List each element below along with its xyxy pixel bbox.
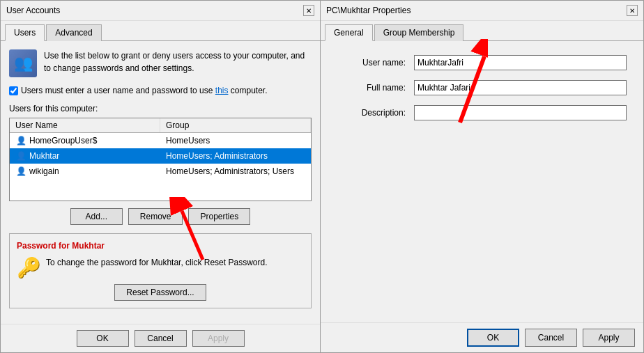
table-header: User Name Group bbox=[10, 118, 311, 133]
user-icon bbox=[9, 49, 37, 77]
close-icon: ✕ bbox=[629, 7, 635, 15]
fullname-input[interactable] bbox=[414, 80, 627, 95]
left-close-button[interactable]: ✕ bbox=[303, 5, 314, 16]
left-window-title: User Accounts bbox=[6, 6, 60, 15]
right-tab-bar: General Group Membership bbox=[321, 21, 643, 41]
left-titlebar: User Accounts ✕ bbox=[1, 1, 320, 21]
table-cell-name: 👤 wikigain bbox=[10, 164, 160, 179]
left-ok-button[interactable]: OK bbox=[77, 330, 129, 347]
left-apply-button[interactable]: Apply bbox=[192, 330, 245, 347]
password-section: Password for Mukhtar 🔑 To change the pas… bbox=[9, 233, 312, 308]
password-section-title: Password for Mukhtar bbox=[17, 241, 304, 251]
password-icon: 🔑 bbox=[17, 256, 39, 279]
this-link[interactable]: this bbox=[215, 86, 229, 95]
left-panel-content: Use the list below to grant or deny user… bbox=[1, 41, 320, 324]
table-cell-group: HomeUsers; Administrators; Users bbox=[160, 164, 311, 179]
header-group: Group bbox=[160, 118, 311, 132]
username-row: User name: bbox=[337, 55, 627, 70]
right-cancel-button[interactable]: Cancel bbox=[525, 329, 577, 347]
remove-button[interactable]: Remove bbox=[128, 208, 183, 225]
user-action-buttons: Add... Remove Properties bbox=[9, 208, 312, 225]
left-tab-bar: Users Advanced bbox=[1, 21, 320, 41]
description-row: Description: bbox=[337, 105, 627, 120]
right-ok-button[interactable]: OK bbox=[467, 329, 519, 347]
password-row: 🔑 To change the password for Mukhtar, cl… bbox=[17, 256, 304, 279]
add-button[interactable]: Add... bbox=[70, 208, 123, 225]
user-row-icon: 👤 bbox=[15, 135, 26, 146]
properties-button[interactable]: Properties bbox=[188, 208, 250, 225]
user-accounts-window: User Accounts ✕ Users Advanced Use the l… bbox=[0, 0, 321, 353]
table-cell-name: 👤 HomeGroupUser$ bbox=[10, 133, 160, 148]
tab-general[interactable]: General bbox=[325, 24, 373, 41]
tab-users[interactable]: Users bbox=[5, 24, 45, 41]
right-bottom-buttons: OK Cancel Apply bbox=[321, 322, 643, 352]
username-label: User name: bbox=[337, 58, 414, 68]
properties-window: PC\Mukhtar Properties ✕ General Group Me… bbox=[321, 0, 644, 353]
fullname-row: Full name: bbox=[337, 80, 627, 95]
user-row-icon: 👤 bbox=[15, 166, 26, 177]
tab-advanced[interactable]: Advanced bbox=[46, 24, 101, 41]
must-login-checkbox[interactable] bbox=[9, 86, 18, 95]
checkbox-label: Users must enter a user name and passwor… bbox=[21, 86, 268, 95]
users-table: User Name Group 👤 HomeGroupUser$ HomeUse… bbox=[9, 118, 312, 201]
header-username: User Name bbox=[10, 118, 160, 132]
table-row[interactable]: 👤 HomeGroupUser$ HomeUsers bbox=[10, 133, 311, 148]
right-apply-button[interactable]: Apply bbox=[583, 329, 635, 347]
username-input[interactable] bbox=[414, 55, 627, 70]
tab-group-membership[interactable]: Group Membership bbox=[374, 24, 464, 41]
reset-btn-row: Reset Password... bbox=[17, 284, 304, 301]
checkbox-row: Users must enter a user name and passwor… bbox=[9, 86, 312, 95]
description-label: Description: bbox=[337, 108, 414, 118]
table-row[interactable]: 👤 Mukhtar HomeUsers; Administrators bbox=[10, 148, 311, 164]
section-label: Users for this computer: bbox=[9, 104, 312, 113]
table-cell-name: 👤 Mukhtar bbox=[10, 148, 160, 164]
fullname-label: Full name: bbox=[337, 83, 414, 93]
right-window-title: PC\Mukhtar Properties bbox=[326, 6, 411, 15]
user-icon-graphic bbox=[9, 49, 37, 77]
reset-password-button[interactable]: Reset Password... bbox=[114, 284, 206, 301]
properties-form: User name: Full name: Description: bbox=[321, 41, 643, 322]
user-info-row: Use the list below to grant or deny user… bbox=[9, 49, 312, 77]
left-cancel-button[interactable]: Cancel bbox=[135, 330, 187, 347]
table-cell-group: HomeUsers; Administrators bbox=[160, 148, 311, 164]
user-description-text: Use the list below to grant or deny user… bbox=[44, 49, 312, 74]
table-row[interactable]: 👤 wikigain HomeUsers; Administrators; Us… bbox=[10, 164, 311, 179]
description-input[interactable] bbox=[414, 105, 627, 120]
right-close-button[interactable]: ✕ bbox=[627, 5, 638, 16]
password-text: To change the password for Mukhtar, clic… bbox=[46, 256, 304, 269]
right-titlebar: PC\Mukhtar Properties ✕ bbox=[321, 1, 643, 21]
user-row-icon: 👤 bbox=[15, 150, 26, 162]
table-cell-group: HomeUsers bbox=[160, 133, 311, 148]
left-bottom-buttons: OK Cancel Apply bbox=[1, 324, 320, 352]
close-icon: ✕ bbox=[306, 7, 312, 15]
